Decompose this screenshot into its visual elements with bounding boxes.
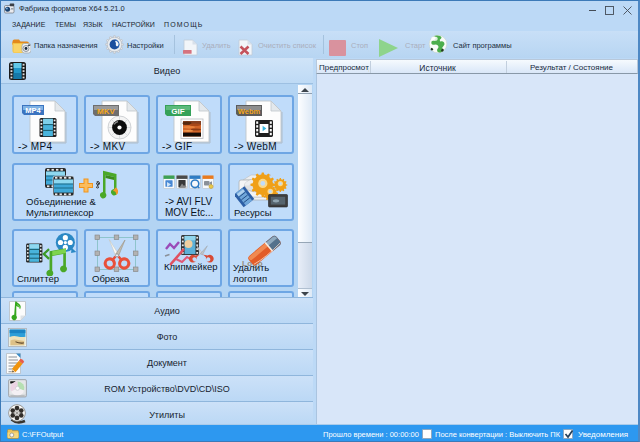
svg-text:MP4: MP4 — [25, 106, 41, 115]
svg-text:GIF: GIF — [171, 107, 184, 116]
svg-text:Webm: Webm — [238, 107, 261, 116]
svg-text:MKV: MKV — [97, 107, 115, 116]
